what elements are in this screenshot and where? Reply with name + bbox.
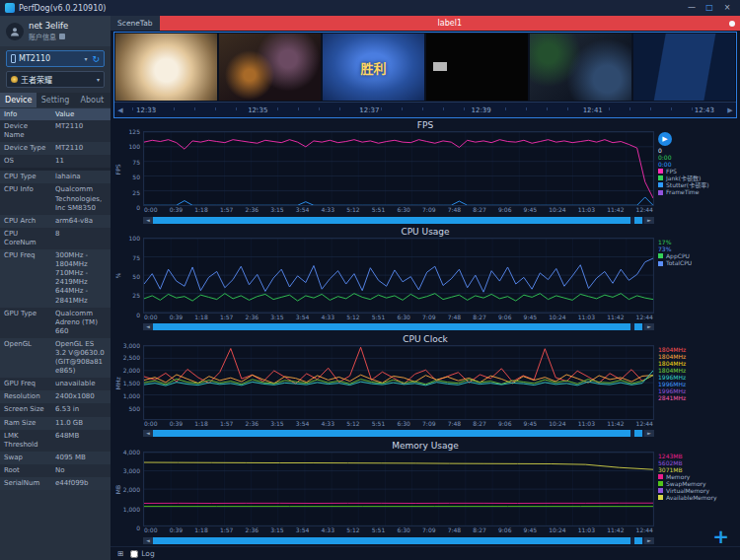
scrollbar-fill[interactable]: [153, 217, 630, 224]
device-info-row: Device TypeMT2110: [0, 142, 111, 155]
device-info-row: CPU Freq300MHz - 1804MHz 710MHz - 2419MH…: [0, 249, 111, 308]
scroll-left-icon[interactable]: ◄: [143, 323, 153, 330]
legend-item: VirtualMemory: [658, 487, 733, 494]
info-value: Qualcomm Technologies, Inc SM8350: [51, 183, 111, 214]
chart-title: CPU Clock: [113, 333, 737, 345]
chart-cpu-clock: CPU Clock MHz 3,0002,5002,0001,5001,0005…: [113, 333, 737, 440]
scrollbar-handle[interactable]: [634, 323, 642, 330]
minimize-button[interactable]: —: [684, 0, 700, 16]
screenshot-thumbnail[interactable]: [219, 34, 321, 101]
scrollbar-handle[interactable]: [634, 217, 642, 224]
scrollbar-track[interactable]: [153, 217, 644, 224]
close-button[interactable]: ×: [719, 0, 735, 16]
info-value: 6.53 in: [51, 403, 111, 416]
scroll-right-icon[interactable]: ►: [644, 217, 654, 224]
device-table-body: Device NameMT2110Device TypeMT2110OS11CP…: [0, 120, 111, 490]
log-checkbox[interactable]: [130, 550, 138, 558]
info-name: Device Type: [0, 142, 51, 155]
legend-swatch: [658, 253, 663, 258]
screenshot-thumbnail[interactable]: [426, 34, 528, 101]
info-name: LMK Threshold: [0, 430, 51, 452]
scrollbar-fill[interactable]: [153, 323, 630, 330]
account-info-link[interactable]: 账户信息: [29, 32, 68, 41]
screenshot-thumbnail[interactable]: [115, 34, 217, 101]
screenshot-thumbnail[interactable]: [633, 34, 735, 101]
scroll-right-icon[interactable]: ►: [644, 430, 654, 437]
legend-swatch: [658, 175, 663, 180]
timeline-back-button[interactable]: ◀: [114, 106, 126, 114]
chart-plot[interactable]: [143, 345, 654, 420]
person-icon: [10, 27, 20, 36]
timeline: ◀ 12:3312:3512:3712:3912:4112:43 ▶: [114, 102, 736, 117]
screenshot-thumbnail[interactable]: [530, 34, 631, 101]
app-selector-value: 王者荣耀: [21, 74, 52, 85]
device-selector-value: MT2110: [19, 54, 50, 63]
scrollbar-track[interactable]: [153, 537, 644, 544]
device-info-row: CPU InfoQualcomm Technologies, Inc SM835…: [0, 183, 111, 214]
info-name: SerialNum: [0, 477, 51, 490]
log-toggle[interactable]: Log: [130, 549, 154, 558]
tab-device[interactable]: Device: [0, 93, 37, 107]
scrollbar-handle[interactable]: [634, 430, 642, 437]
scroll-right-icon[interactable]: ►: [644, 323, 654, 330]
play-button[interactable]: ▶: [658, 132, 672, 146]
scene-label-handle[interactable]: [729, 21, 735, 27]
scene-tab-button[interactable]: SceneTab: [111, 16, 160, 31]
scrollbar-fill[interactable]: [153, 430, 630, 437]
legend-swatch: [658, 169, 663, 174]
chart-plot[interactable]: [143, 131, 654, 206]
chart-scrollbar[interactable]: ◄ ►: [143, 536, 654, 544]
info-value: No: [51, 464, 111, 477]
tab-about[interactable]: About: [74, 93, 111, 107]
info-value: OpenGL ES 3.2 V@0630.0 (GIT@908a81e865): [51, 338, 111, 378]
stat-value: 1996MHz: [658, 374, 733, 381]
table-header-value: Value: [51, 108, 111, 120]
legend-swatch: [658, 182, 663, 187]
screenshot-thumbnail[interactable]: 胜利: [323, 34, 424, 101]
info-value: 4095 MB: [51, 452, 111, 464]
refresh-icon[interactable]: ↻: [92, 54, 100, 64]
legend-item: SwapMemory: [658, 480, 733, 487]
legend-swatch: [658, 481, 663, 486]
thumbnail-label: 胜利: [323, 34, 424, 101]
legend-item: Memory: [658, 473, 733, 480]
scrollbar-track[interactable]: [153, 430, 644, 437]
legend-swatch: [658, 190, 663, 195]
chart-scrollbar[interactable]: ◄ ►: [143, 216, 654, 224]
legend-item: FrameTime: [658, 188, 733, 195]
timeline-time: 12:41: [583, 106, 603, 114]
timeline-time: 12:37: [359, 106, 379, 114]
chart-side-panel: 1804MHz1804MHz1804MHz1804MHz1996MHz1996M…: [654, 345, 737, 440]
scrollbar-handle[interactable]: [634, 537, 642, 544]
stat-value: 1243MB: [658, 453, 733, 459]
app-selector[interactable]: 王者荣耀 ▾: [6, 71, 105, 88]
legend-swatch: [658, 495, 663, 500]
timeline-forward-button[interactable]: ▶: [724, 106, 736, 114]
chart-title: Memory Usage: [113, 440, 737, 452]
scroll-left-icon[interactable]: ◄: [143, 430, 153, 437]
maximize-button[interactable]: □: [702, 0, 717, 16]
scroll-right-icon[interactable]: ►: [644, 537, 654, 544]
scene-label-bar[interactable]: label1: [160, 16, 740, 31]
chart-plot[interactable]: [143, 238, 654, 313]
info-value: e44f099b: [51, 477, 111, 490]
scroll-left-icon[interactable]: ◄: [143, 217, 153, 224]
user-profile[interactable]: net 3elife 账户信息: [0, 16, 111, 46]
stat-value: 1996MHz: [658, 381, 733, 387]
chart-scrollbar[interactable]: ◄ ►: [143, 323, 654, 331]
chart-plot[interactable]: [143, 452, 654, 526]
charts-area: FPS FPS 1251007550250 0:000:391:181:572:…: [111, 119, 740, 546]
scroll-left-icon[interactable]: ◄: [143, 537, 153, 544]
info-value: Qualcomm Adreno (TM) 660: [51, 308, 111, 338]
legend-item: Jank(卡顿数): [658, 175, 733, 181]
tab-setting[interactable]: Setting: [37, 93, 73, 107]
scrollbar-fill[interactable]: [153, 537, 630, 544]
scrollbar-track[interactable]: [153, 323, 644, 330]
info-value: 11.0 GB: [51, 417, 111, 430]
chevron-down-icon: ▾: [97, 76, 100, 83]
y-axis-ticks: 1251007550250: [121, 131, 143, 207]
chart-scrollbar[interactable]: ◄ ►: [143, 430, 654, 438]
add-chart-button[interactable]: +: [712, 526, 729, 546]
expand-log-icon[interactable]: ⊞: [117, 549, 123, 558]
device-selector[interactable]: MT2110 ▾ ↻: [6, 50, 105, 67]
